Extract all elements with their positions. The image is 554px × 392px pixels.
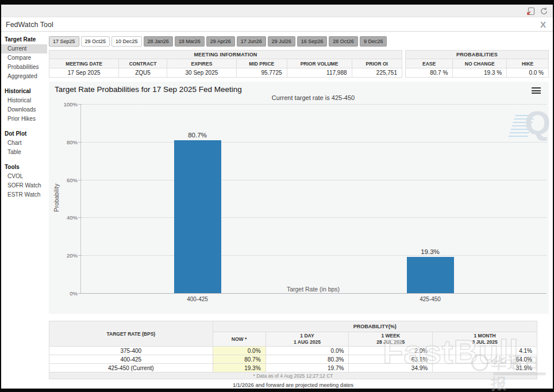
y-axis-label: Probability [53,155,60,241]
gridline-80 [81,142,547,143]
prob-val-1: 19.3 % [453,68,507,78]
sidebar-item-compare[interactable]: Compare [1,53,47,63]
meeting-tab-18-mar26[interactable]: 18 Mar26 [175,36,205,47]
meeting-val-1: ZQU5 [119,68,167,78]
history-now-400-425: 80.7% [213,355,266,364]
prob-val-2: 0.0 % [507,68,549,78]
gridline-0 [81,293,547,294]
meeting-tabs: 17 Sep2529 Oct2510 Dec2528 Jan2618 Mar26… [49,35,388,47]
sidebar-section-title-tools: Tools [1,161,47,172]
meeting-info-table: MEETING INFORMATION MEETING DATECONTRACT… [49,50,402,78]
chart-subtitle: Current target rate is 425-450 [80,94,546,101]
data-asof-footnote: * Data as of 4 Aug 2025 12:27:12 CT [49,372,537,379]
sidebar-item-current[interactable]: Current [1,44,47,53]
sidebar-item-table[interactable]: Table [1,148,47,157]
sidebar-section-tools: ToolsCVOLSOFR WatchESTR Watch [1,161,47,199]
meeting-info-row: 17 Sep 2025ZQU530 Sep 202595.7725117,988… [49,68,402,78]
meeting-val-2: 30 Sep 2025 [167,68,236,78]
meeting-tab-10-dec25[interactable]: 10 Dec25 [111,36,142,47]
y-tick-label-80: 80% [55,139,78,145]
history-1month-375-400: 4.1% [433,347,537,355]
history-group-header: PROBABILITY(%) [213,321,537,332]
meeting-val-5: 225,751 [352,68,402,78]
window-toolbar [1,5,553,17]
sidebar-item-downloads[interactable]: Downloads [1,105,47,114]
history-rate-425-450-current: 425-450 (Current) [49,364,213,372]
y-tickmark-40 [78,217,81,218]
meeting-tab-29-oct25[interactable]: 29 Oct25 [81,36,110,47]
y-tickmark-20 [78,255,81,256]
export-icon[interactable] [526,7,535,16]
history-rate-400-425: 400-425 [49,355,213,364]
gridline-20 [81,255,547,256]
meeting-tab-28-jan26[interactable]: 28 Jan26 [144,36,173,47]
history-row-400-425: 400-42580.7%80.3%63.1%64.0% [49,355,537,364]
y-tickmark-60 [78,180,81,180]
close-icon[interactable]: X [540,20,546,29]
history-1week-400-425: 63.1% [349,355,433,364]
y-tickmark-100 [78,104,81,105]
meeting-tab-28-oct26[interactable]: 28 Oct26 [329,36,358,47]
history-now-425-450-current: 19.3% [213,364,266,372]
probabilities-table: PROBABILITIES EASENO CHANGEHIKE 80.7 %19… [405,50,549,78]
meeting-val-4: 117,988 [287,68,352,78]
history-1week-375-400: 2.0% [349,347,433,355]
sidebar-item-aggregated[interactable]: Aggregated [1,72,47,81]
meeting-tab-9-dec26[interactable]: 9 Dec26 [360,36,387,47]
fedwatch-window: FedWatch Tool X Target RateCurrentCompar… [1,5,553,389]
sidebar-item-cvol[interactable]: CVOL [1,172,47,181]
projected-dates-note: 1/1/2026 and forward are projected meeti… [49,382,537,388]
meeting-tab-17-jun26[interactable]: 17 Jun26 [237,36,266,47]
probabilities-row: 80.7 %19.3 %0.0 % [406,68,549,78]
gridline-100 [81,104,547,105]
sidebar-section-historical: HistoricalHistoricalDownloadsPrior Hikes [1,85,47,124]
history-row-425-450-current: 425-450 (Current)19.3%19.7%34.9%31.9% [49,364,537,372]
meeting-col-5: PRIOR OI [352,59,402,68]
probability-history-table: TARGET RATE (BPS) PROBABILITY(%) NOW *1 … [49,321,537,379]
y-tick-label-100: 100% [55,101,78,107]
bar-400-425[interactable] [174,140,221,293]
meeting-col-1: CONTRACT [119,59,167,68]
meeting-tab-17-sep25[interactable]: 17 Sep25 [49,36,79,47]
prob-col-0: EASE [406,59,453,68]
bar-value-label-400-425: 80.7% [163,132,232,139]
meeting-tab-29-jul26[interactable]: 29 Jul26 [268,36,295,47]
app-header: FedWatch Tool X [1,17,553,32]
history-rate-375-400: 375-400 [49,347,213,355]
sidebar-item-prior-hikes[interactable]: Prior Hikes [1,114,47,124]
sidebar-item-sofr-watch[interactable]: SOFR Watch [1,181,47,190]
sidebar-section-title-historical: Historical [1,85,47,96]
history-1day-425-450-current: 19.7% [266,364,349,372]
sidebar-item-historical[interactable]: Historical [1,96,47,105]
probabilities-title: PROBABILITIES [406,51,549,59]
meeting-col-3: MID PRICE [237,59,287,68]
y-tick-label-20: 20% [55,252,78,259]
chart-title: Target Rate Probabilities for 17 Sep 202… [55,85,242,94]
page-title: FedWatch Tool [6,21,53,29]
history-1day-375-400: 0.0% [266,347,349,355]
history-col-1-week: 1 WEEK28 JUL 2025 [349,332,433,347]
sidebar-item-chart[interactable]: Chart [1,139,47,148]
meeting-val-0: 17 Sep 2025 [49,68,119,78]
sidebar-item-estr-watch[interactable]: ESTR Watch [1,190,47,199]
meeting-col-4: PRIOR VOLUME [287,59,352,68]
meeting-tab-29-apr26[interactable]: 29 Apr26 [206,36,235,47]
prob-val-0: 80.7 % [406,68,453,78]
history-col-now: NOW * [213,332,266,347]
meeting-val-3: 95.7725 [237,68,287,78]
history-col-1-month: 1 MONTH3 JUL 2025 [433,332,537,347]
sidebar-section-target-rate: Target RateCurrentCompareProbabilitiesAg… [1,33,47,81]
x-tick-label-400-425: 400-425 [163,296,232,302]
refresh-icon[interactable] [540,7,548,16]
history-1week-425-450-current: 34.9% [349,364,433,372]
meeting-col-0: MEETING DATE [49,59,119,68]
history-1month-425-450-current: 31.9% [433,364,537,372]
sidebar-item-probabilities[interactable]: Probabilities [1,63,47,72]
y-tickmark-0 [78,293,81,294]
sidebar-section-title-target-rate: Target Rate [1,33,47,44]
history-1month-400-425: 64.0% [433,355,537,364]
bar-value-label-425-450: 19.3% [396,248,465,255]
x-axis-label: Target Rate (in bps) [80,286,546,293]
meeting-tab-16-sep26[interactable]: 16 Sep26 [297,36,328,47]
history-col-1-day: 1 DAY1 AUG 2025 [266,332,349,347]
